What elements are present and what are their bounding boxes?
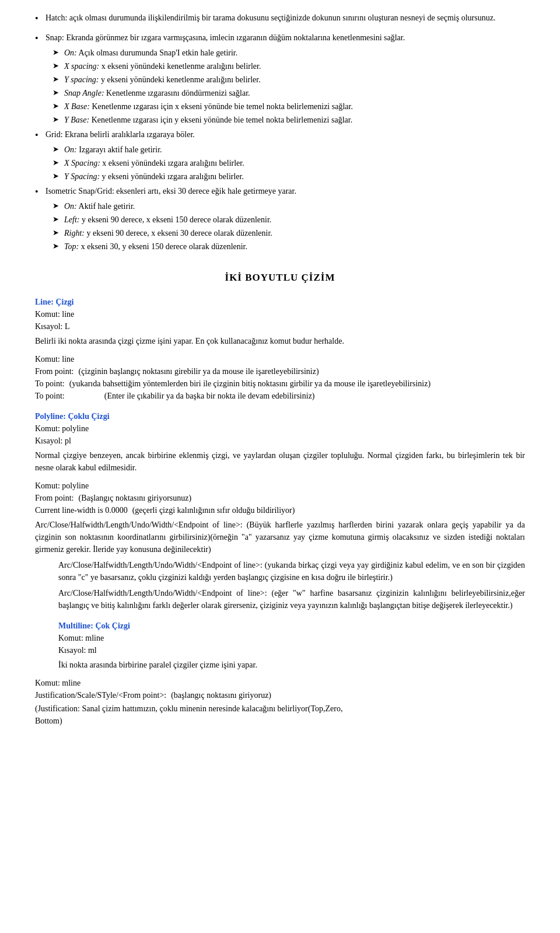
snap-text: Snap: Ekranda görünmez bir ızgara varmış… <box>46 32 405 44</box>
line-to-row: To point: (yukarıda bahsettiğim yöntemle… <box>35 378 525 390</box>
multiline-just2-label: (Justification: <box>35 704 80 713</box>
on-snap-item: ➤ On: Açık olması durumunda Snap'I etkin… <box>35 47 525 59</box>
page-content: • Hatch: açık olması durumunda ilişkilen… <box>35 12 525 727</box>
line-left-block: Line: Çizgi Komut: line Kısayol: L <box>35 296 74 333</box>
x-base-italic: X Base: <box>64 102 90 111</box>
polyline-current-text: (geçerli çizgi kalınlığının sıfır olduğu… <box>132 504 295 516</box>
bullet-dot: • <box>35 12 46 26</box>
hatch-section: • Hatch: açık olması durumunda ilişkilen… <box>35 12 525 26</box>
x-base-rest: Kenetlenme ızgarası için x ekseni yönünd… <box>92 102 352 111</box>
polyline-arc1-row: Arc/Close/Halfwidth/Length/Undo/Width/<E… <box>35 519 525 555</box>
line-kisayol: Kısayol: L <box>35 320 74 333</box>
polyline-section: Polyline: Çoklu Çizgi Komut: polyline Kı… <box>35 410 525 474</box>
left-iso-rest: y ekseni 90 derece, x ekseni 150 derece … <box>82 215 271 224</box>
x-spacing-text: X spacing: x ekseni yönündeki kenetlenme… <box>64 60 525 72</box>
on-iso-rest: Aktif hale getirir. <box>79 202 135 211</box>
polyline-arc2-label: Arc/Close/Halfwidth/Length/Undo/Width/<E… <box>58 561 262 569</box>
y-base-text: Y Base: Kenetlenme ızgarası için y eksen… <box>64 114 525 126</box>
x-spacing-rest: x ekseni yönündeki kenetlenme aralığını … <box>102 62 261 71</box>
line-komut: Komut: line <box>35 308 74 320</box>
x-spacing-grid-rest: x ekseni yönündeki ızgara aralığını beli… <box>102 159 244 167</box>
on-grid-item: ➤ On: Izgarayı aktif hale getirir. <box>35 144 525 156</box>
y-spacing-item: ➤ Y spacing: y ekseni yönündeki kenetlen… <box>35 74 525 86</box>
on-grid-rest: Izgarayı aktif hale getirir. <box>79 145 162 154</box>
right-iso-item: ➤ Right: y ekseni 90 derece, x ekseni 30… <box>35 227 525 239</box>
isometric-text: Isometric Snap/Grid: eksenleri artı, eks… <box>46 185 296 197</box>
arrow-symbol: ➤ <box>52 100 64 112</box>
right-iso-text: Right: y ekseni 90 derece, x ekseni 30 d… <box>64 227 525 239</box>
on-iso-italic: On: <box>64 202 77 211</box>
polyline-from-text: (Başlangıç noktasını giriyorsunuz) <box>79 492 192 504</box>
on-snap-italic: On: <box>64 48 77 57</box>
line-command-block: Komut: line From point: (çizginin başlan… <box>35 353 525 402</box>
on-snap-text: On: Açık olması durumunda Snap'I etkin h… <box>64 47 525 59</box>
y-base-italic: Y Base: <box>64 116 89 124</box>
line-to-label: To point: <box>35 378 65 390</box>
line-to2-text: (Enter ile çıkabilir ya da başka bir nok… <box>69 390 315 402</box>
multiline-just-text: (başlangıç noktasını giriyoruz) <box>171 689 271 701</box>
multiline-just-label: Justification/Scale/STyle/<From point>: <box>35 689 166 701</box>
bullet-dot: • <box>35 128 46 142</box>
polyline-arc3-row: Arc/Close/Halfwidth/Length/Undo/Width/<E… <box>35 587 525 611</box>
snap-angle-text: Snap Angle: Kenetlenme ızgarasını döndür… <box>64 87 525 99</box>
polyline-kisayol: Kısayol: pl <box>35 435 525 447</box>
on-snap-rest: Açık olması durumunda Snap'I etkin hale … <box>79 48 238 57</box>
line-komut2: Komut: line <box>35 353 525 365</box>
polyline-desc: Normal çizgiye benzeyen, ancak birbirine… <box>35 449 525 474</box>
y-spacing-rest: y ekseni yönündeki kenetlenme aralığını … <box>101 75 261 84</box>
snap-section: • Snap: Ekranda görünmez bir ızgara varm… <box>35 32 525 46</box>
arrow-symbol: ➤ <box>52 227 64 239</box>
polyline-arc1-label: Arc/Close/Halfwidth/Length/Undo/Width/<E… <box>35 520 243 529</box>
multiline-komut2: Komut: mline <box>35 677 525 689</box>
line-from-text: (çizginin başlangıç noktasını girebilir … <box>79 365 319 378</box>
top-iso-italic: Top: <box>64 242 79 251</box>
y-base-rest: Kenetlenme ızgarası için y ekseni yönünd… <box>92 116 352 124</box>
arrow-symbol: ➤ <box>52 60 64 72</box>
arrow-symbol: ➤ <box>52 170 64 182</box>
line-heading: Line: Çizgi <box>35 296 74 308</box>
left-iso-text: Left: y ekseni 90 derece, x ekseni 150 d… <box>64 214 525 226</box>
arrow-symbol: ➤ <box>52 144 64 155</box>
y-spacing-grid-item: ➤ Y Spacing: y ekseni yönündeki ızgara a… <box>35 170 525 183</box>
polyline-arc3-label: Arc/Close/Halfwidth/Length/Undo/Width/<E… <box>58 589 267 597</box>
line-from-label: From point: <box>35 365 74 378</box>
on-iso-text: On: Aktif hale getirir. <box>64 200 525 212</box>
y-spacing-grid-text: Y Spacing: y ekseni yönündeki ızgara ara… <box>64 170 525 183</box>
y-spacing-grid-rest: y ekseni yönündeki ızgara aralığını beli… <box>102 172 244 181</box>
left-iso-item: ➤ Left: y ekseni 90 derece, x ekseni 150… <box>35 214 525 226</box>
multiline-kisayol: Kısayol: ml <box>35 644 525 656</box>
multiline-section: Multiline: Çok Çizgi Komut: mline Kısayo… <box>35 620 525 671</box>
top-iso-text: Top: x ekseni 30, y ekseni 150 derece ol… <box>64 240 525 253</box>
grid-section: • Grid: Ekrana belirli aralıklarla ızgar… <box>35 128 525 142</box>
multiline-just-row: Justification/Scale/STyle/<From point>: … <box>35 689 525 701</box>
polyline-from-label: From point: <box>35 492 74 504</box>
arrow-symbol: ➤ <box>52 240 64 252</box>
snap-angle-item: ➤ Snap Angle: Kenetlenme ızgarasını dönd… <box>35 87 525 99</box>
on-iso-item: ➤ On: Aktif hale getirir. <box>35 200 525 212</box>
top-iso-item: ➤ Top: x ekseni 30, y ekseni 150 derece … <box>35 240 525 253</box>
line-from-row: From point: (çizginin başlangıç noktasın… <box>35 365 525 378</box>
polyline-komut2: Komut: polyline <box>35 480 525 492</box>
line-to2-label: To point: <box>35 390 65 402</box>
arrow-symbol: ➤ <box>52 87 64 99</box>
x-base-item: ➤ X Base: Kenetlenme ızgarası için x eks… <box>35 100 525 113</box>
y-spacing-text: Y spacing: y ekseni yönündeki kenetlenme… <box>64 74 525 86</box>
bullet-dot: • <box>35 185 46 199</box>
arrow-symbol: ➤ <box>52 114 64 125</box>
multiline-just2-text: Sanal çizim hattımızın, çoklu minenin ne… <box>82 704 343 713</box>
y-spacing-italic: Y spacing: <box>64 75 99 84</box>
y-spacing-grid-italic: Y Spacing: <box>64 172 100 181</box>
multiline-heading: Multiline: Çok Çizgi <box>35 620 525 632</box>
right-iso-italic: Right: <box>64 229 85 237</box>
multiline-komut: Komut: mline <box>35 632 525 644</box>
multiline-desc: İki nokta arasında birbirine paralel çiz… <box>35 659 525 671</box>
line-to2-row: To point: (Enter ile çıkabilir ya da baş… <box>35 390 525 402</box>
grid-text: Grid: Ekrana belirli aralıklarla ızgaray… <box>46 128 195 141</box>
top-iso-rest: x ekseni 30, y ekseni 150 derece olarak … <box>81 242 247 251</box>
arrow-symbol: ➤ <box>52 47 64 58</box>
polyline-arc2-row: Arc/Close/Halfwidth/Length/Undo/Width/<E… <box>35 559 525 583</box>
x-spacing-item: ➤ X spacing: x ekseni yönündeki kenetlen… <box>35 60 525 72</box>
polyline-heading: Polyline: Çoklu Çizgi <box>35 410 525 422</box>
arrow-symbol: ➤ <box>52 200 64 212</box>
on-grid-italic: On: <box>64 145 77 154</box>
